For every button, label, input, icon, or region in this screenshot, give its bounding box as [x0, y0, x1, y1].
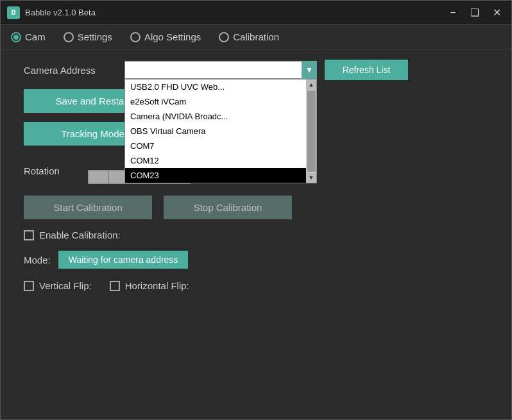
scroll-up-arrow[interactable]: ▲	[306, 80, 316, 90]
horizontal-flip-checkbox[interactable]	[110, 281, 120, 291]
dropdown-scrollbar: ▲ ▼	[306, 80, 316, 183]
tab-calibration[interactable]: Calibration	[219, 31, 279, 42]
mode-row: Mode: Waiting for camera address	[24, 251, 488, 269]
flip-row: Vertical Flip: Horizontal Flip:	[24, 280, 488, 291]
horizontal-flip-label: Horizontal Flip:	[125, 280, 189, 291]
mode-value: Waiting for camera address	[58, 251, 189, 269]
mode-label: Mode:	[24, 255, 51, 265]
tab-cam[interactable]: Cam	[11, 31, 46, 42]
tab-calibration-radio	[219, 32, 229, 42]
dropdown-item-6[interactable]: COM23	[125, 168, 316, 183]
vertical-flip-checkbox[interactable]	[24, 281, 34, 291]
dropdown-arrow-icon[interactable]: ▼	[302, 61, 317, 79]
title-bar: B Babble v2.1.0 Beta − ❑ ✕	[1, 1, 511, 25]
rotation-label: Rotation	[24, 165, 88, 176]
enable-calibration-label: Enable Calibration:	[39, 230, 121, 240]
dropdown-item-2[interactable]: Camera (NVIDIA Broadc...	[125, 109, 316, 124]
dropdown-list-items: USB2.0 FHD UVC Web... e2eSoft iVCam Came…	[125, 80, 316, 183]
horizontal-flip-item: Horizontal Flip:	[110, 280, 189, 291]
vertical-flip-item: Vertical Flip:	[24, 280, 92, 291]
app-window: B Babble v2.1.0 Beta − ❑ ✕ Cam Settings …	[0, 0, 512, 420]
refresh-list-button[interactable]: Refresh List	[325, 60, 408, 80]
restore-button[interactable]: ❑	[466, 6, 483, 20]
enable-calibration-checkbox[interactable]	[24, 230, 34, 240]
camera-address-input[interactable]	[124, 61, 317, 79]
calibration-buttons-row: Start Calibration Stop Calibration	[24, 196, 488, 219]
dropdown-item-0[interactable]: USB2.0 FHD UVC Web...	[125, 80, 316, 94]
slider-seg-0[interactable]	[88, 170, 108, 184]
camera-address-row: Camera Address ▼ USB2.0 FHD UVC Web... e…	[24, 60, 488, 80]
tab-settings-radio	[64, 32, 74, 42]
enable-calibration-row: Enable Calibration:	[24, 230, 488, 240]
tabs-bar: Cam Settings Algo Settings Calibration	[1, 25, 511, 49]
app-title: Babble v2.1.0 Beta	[25, 8, 445, 17]
tab-algo-label: Algo Settings	[144, 31, 201, 42]
tab-settings-label: Settings	[78, 31, 112, 42]
tab-algo-radio	[130, 32, 141, 42]
tab-cam-radio	[11, 32, 21, 42]
tab-calibration-label: Calibration	[233, 31, 279, 42]
dropdown-item-3[interactable]: OBS Virtual Camera	[125, 124, 316, 139]
tab-cam-label: Cam	[25, 31, 46, 42]
camera-dropdown-list: USB2.0 FHD UVC Web... e2eSoft iVCam Came…	[124, 79, 317, 183]
close-button[interactable]: ✕	[488, 6, 505, 20]
dropdown-item-1[interactable]: e2eSoft iVCam	[125, 94, 316, 109]
main-content: Camera Address ▼ USB2.0 FHD UVC Web... e…	[1, 49, 511, 419]
camera-address-label: Camera Address	[24, 65, 117, 76]
tab-settings[interactable]: Settings	[64, 31, 112, 42]
tab-algo-settings[interactable]: Algo Settings	[130, 31, 201, 42]
app-icon: B	[7, 6, 20, 19]
dropdown-item-4[interactable]: COM7	[125, 139, 316, 153]
window-controls: − ❑ ✕	[445, 6, 505, 20]
camera-address-dropdown-wrapper: ▼ USB2.0 FHD UVC Web... e2eSoft iVCam Ca…	[124, 61, 317, 79]
stop-calibration-button[interactable]: Stop Calibration	[164, 196, 292, 219]
vertical-flip-label: Vertical Flip:	[39, 280, 92, 291]
scroll-thumb[interactable]	[307, 90, 316, 172]
scroll-down-arrow[interactable]: ▼	[306, 172, 316, 183]
dropdown-item-5[interactable]: COM12	[125, 153, 316, 168]
start-calibration-button[interactable]: Start Calibration	[24, 196, 152, 219]
minimize-button[interactable]: −	[445, 6, 461, 20]
